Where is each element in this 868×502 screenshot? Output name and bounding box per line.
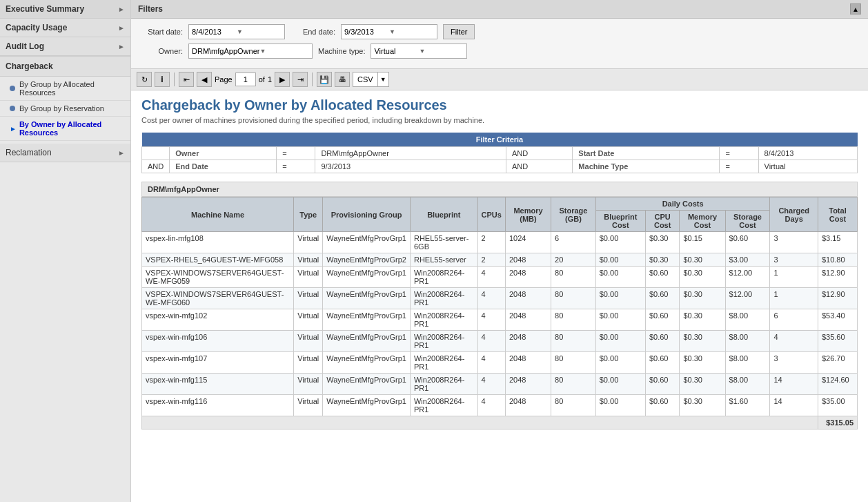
report-title: Chargeback by Owner by Allocated Resourc… bbox=[141, 97, 858, 113]
th-charged-days: Charged Days bbox=[770, 197, 818, 232]
main-panel: Filters ▲ Start date: 8/4/2013 ▼ End dat… bbox=[131, 0, 868, 502]
chevron-down-icon: ▼ bbox=[389, 28, 434, 35]
th-storage: Storage (GB) bbox=[551, 197, 596, 232]
toolbar-separator bbox=[174, 73, 175, 86]
sidebar-executive-label: Executive Summary bbox=[6, 4, 84, 14]
filter-criteria-row-2: AND End Date = 9/3/2013 AND Machine Type… bbox=[142, 160, 858, 173]
th-provisioning-group: Provisioning Group bbox=[323, 197, 411, 232]
content-area: Chargeback by Owner by Allocated Resourc… bbox=[131, 90, 868, 502]
sidebar-item-reclamation[interactable]: Reclamation ► bbox=[0, 144, 130, 162]
total-row: $315.05 bbox=[142, 416, 858, 429]
chevron-right-icon: ► bbox=[118, 6, 125, 13]
filter-row-dates: Start date: 8/4/2013 ▼ End date: 9/3/201… bbox=[138, 24, 861, 39]
sidebar-item-audit-log[interactable]: Audit Log ► bbox=[0, 37, 130, 56]
bullet-icon bbox=[10, 106, 15, 111]
th-blueprint-cost: Blueprint Cost bbox=[595, 211, 645, 232]
refresh-button[interactable]: ↻ bbox=[137, 72, 152, 87]
table-row: VSPEX-WINDOWS7SERVER64GUEST-WE-MFG060Vir… bbox=[142, 288, 858, 309]
chevron-down-icon: ▼ bbox=[237, 28, 282, 35]
fc-machine-eq: = bbox=[720, 160, 758, 173]
table-row: vspex-win-mfg116VirtualWayneEntMfgProvGr… bbox=[142, 395, 858, 416]
filters-body: Start date: 8/4/2013 ▼ End date: 9/3/201… bbox=[131, 19, 868, 69]
table-row: vspex-win-mfg107VirtualWayneEntMfgProvGr… bbox=[142, 352, 858, 374]
bullet-icon bbox=[10, 86, 15, 91]
machine-type-label: Machine type: bbox=[318, 47, 365, 55]
print-button[interactable]: 🖶 bbox=[335, 72, 350, 87]
total-pages: 1 bbox=[268, 75, 272, 84]
filter-criteria-table: Filter Criteria Owner = DRM\mfgAppOwner … bbox=[141, 133, 858, 173]
sidebar-item-executive-summary[interactable]: Executive Summary ► bbox=[0, 0, 130, 19]
chevron-down-icon: ▼ bbox=[419, 48, 464, 55]
toolbar: ↻ i ⇤ ◀ Page 1 of 1 ▶ ⇥ 💾 🖶 CSV ▼ bbox=[131, 69, 868, 90]
chevron-right-icon: ► bbox=[118, 149, 125, 157]
th-total-cost: Total Cost bbox=[818, 197, 857, 232]
sidebar-item-by-group-allocated[interactable]: By Group by Allocated Resources bbox=[0, 77, 130, 101]
end-date-label: End date: bbox=[290, 28, 335, 36]
fc-owner-value: DRM\mfgAppOwner bbox=[315, 147, 506, 160]
filters-header: Filters ▲ bbox=[131, 0, 868, 19]
th-storage-cost: Storage Cost bbox=[725, 211, 770, 232]
table-row: vspex-win-mfg106VirtualWayneEntMfgProvGr… bbox=[142, 331, 858, 352]
sidebar: Executive Summary ► Capacity Usage ► Aud… bbox=[0, 0, 131, 502]
filter-criteria-header: Filter Criteria bbox=[142, 133, 858, 147]
table-header-row-1: Machine Name Type Provisioning Group Blu… bbox=[142, 197, 858, 211]
table-row: VSPEX-WINDOWS7SERVER64GUEST-WE-MFG059Vir… bbox=[142, 267, 858, 288]
th-cpus: CPUs bbox=[477, 197, 505, 232]
owner-label: Owner: bbox=[138, 47, 183, 55]
fc-end-value: 9/3/2013 bbox=[315, 160, 506, 173]
fc-start-eq: = bbox=[720, 147, 758, 160]
th-blueprint: Blueprint bbox=[410, 197, 477, 232]
th-memory-cost: Memory Cost bbox=[680, 211, 725, 232]
of-label: of bbox=[259, 75, 265, 84]
first-page-button[interactable]: ⇤ bbox=[179, 72, 194, 87]
fc-end-eq: = bbox=[277, 160, 315, 173]
chevron-down-icon: ▼ bbox=[378, 73, 388, 86]
fc-and1: AND bbox=[506, 147, 572, 160]
save-button[interactable]: 💾 bbox=[317, 72, 332, 87]
chevron-right-icon: ► bbox=[118, 43, 125, 50]
sidebar-item-capacity-usage[interactable]: Capacity Usage ► bbox=[0, 19, 130, 37]
fc-start-label: Start Date bbox=[573, 147, 720, 160]
th-machine-name: Machine Name bbox=[142, 197, 294, 232]
next-page-button[interactable]: ▶ bbox=[275, 72, 290, 87]
owner-dropdown[interactable]: DRM\mfgAppOwner ▼ bbox=[188, 44, 313, 59]
fc-and3: AND bbox=[506, 160, 572, 173]
report-subtitle: Cost per owner of machines provisioned d… bbox=[141, 116, 858, 124]
grand-total: $315.05 bbox=[818, 416, 857, 429]
table-row: vspex-win-mfg115VirtualWayneEntMfgProvGr… bbox=[142, 374, 858, 395]
machine-type-dropdown[interactable]: Virtual ▼ bbox=[371, 44, 467, 59]
fc-machine-value: Virtual bbox=[758, 160, 857, 173]
start-date-label: Start date: bbox=[138, 28, 183, 36]
filter-button[interactable]: Filter bbox=[443, 24, 475, 39]
sidebar-item-by-owner-allocated[interactable]: ► By Owner by Allocated Resources bbox=[0, 117, 130, 141]
end-date-dropdown[interactable]: 9/3/2013 ▼ bbox=[341, 24, 437, 39]
filter-criteria-row-1: Owner = DRM\mfgAppOwner AND Start Date =… bbox=[142, 147, 858, 160]
last-page-button[interactable]: ⇥ bbox=[293, 72, 308, 87]
page-input[interactable]: 1 bbox=[235, 73, 256, 86]
filters-collapse-button[interactable]: ▲ bbox=[850, 3, 861, 15]
th-cpu-cost: CPU Cost bbox=[645, 211, 679, 232]
fc-machine-label: Machine Type bbox=[573, 160, 720, 173]
data-table: Machine Name Type Provisioning Group Blu… bbox=[141, 197, 858, 429]
fc-owner-label: Owner bbox=[170, 147, 277, 160]
prev-page-button[interactable]: ◀ bbox=[197, 72, 212, 87]
table-row: VSPEX-RHEL5_64GUEST-WE-MFG058VirtualWayn… bbox=[142, 253, 858, 267]
table-row: vspex-win-mfg102VirtualWayneEntMfgProvGr… bbox=[142, 309, 858, 331]
table-row: vspex-lin-mfg108VirtualWayneEntMfgProvGr… bbox=[142, 232, 858, 253]
filter-row-owner: Owner: DRM\mfgAppOwner ▼ Machine type: V… bbox=[138, 44, 861, 59]
page-label: Page bbox=[215, 75, 233, 84]
fc-and2: AND bbox=[142, 160, 170, 173]
start-date-dropdown[interactable]: 8/4/2013 ▼ bbox=[188, 24, 285, 39]
toolbar-separator-2 bbox=[312, 73, 313, 86]
owner-group-header: DRM\mfgAppOwner bbox=[141, 182, 858, 197]
th-type: Type bbox=[294, 197, 323, 232]
fc-end-label: End Date bbox=[170, 160, 277, 173]
chevron-right-icon: ► bbox=[118, 24, 125, 32]
chevron-down-icon: ▼ bbox=[259, 48, 309, 55]
info-button[interactable]: i bbox=[155, 72, 170, 87]
th-memory: Memory (MB) bbox=[505, 197, 551, 232]
export-label: CSV bbox=[353, 73, 378, 86]
sidebar-chargeback-header: Chargeback bbox=[0, 56, 130, 77]
export-dropdown[interactable]: CSV ▼ bbox=[353, 72, 389, 87]
sidebar-item-by-group-reservation[interactable]: By Group by Reservation bbox=[0, 101, 130, 117]
